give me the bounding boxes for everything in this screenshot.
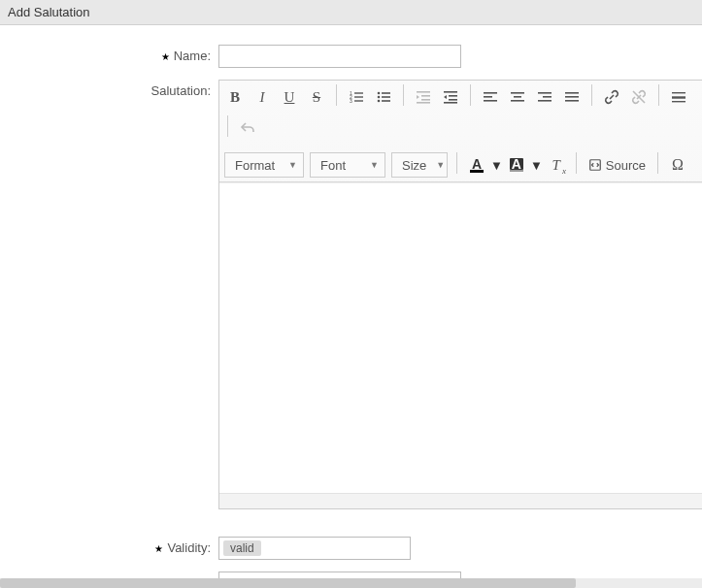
omega-icon: Ω [672,156,684,174]
chevron-down-icon: ▼ [530,158,543,173]
italic-icon: I [260,89,265,106]
svg-rect-37 [672,101,685,102]
align-right-icon [537,89,552,105]
strike-icon: S [313,89,320,106]
editor-status-bar [219,493,702,508]
svg-rect-7 [382,92,390,94]
salutation-label: Salutation: [0,80,218,98]
format-dropdown-label: Format [235,158,275,173]
ordered-list-icon: 1 2 3 [349,89,364,105]
svg-rect-20 [444,102,457,104]
svg-rect-32 [565,96,579,98]
italic-button[interactable]: I [249,84,276,110]
horizontal-scrollbar[interactable] [0,578,702,588]
chevron-down-icon: ▼ [370,160,379,170]
page-title-text: Add Salutation [8,5,90,19]
font-dropdown[interactable]: Font ▼ [310,152,385,178]
remove-format-button[interactable]: Tx [543,152,570,178]
svg-rect-22 [484,92,497,94]
bg-color-icon: A [510,158,523,170]
special-char-button[interactable]: Ω [664,152,691,178]
undo-button[interactable] [234,115,261,141]
align-center-icon [510,89,525,105]
text-color-button[interactable]: A ▼ [463,152,503,178]
svg-text:3: 3 [350,98,352,104]
svg-rect-14 [421,99,430,101]
align-left-icon [483,89,498,105]
indent-button[interactable] [437,84,464,110]
source-icon [588,158,602,172]
source-button[interactable]: Source [583,152,652,178]
unordered-list-icon [376,89,391,105]
bg-color-button[interactable]: A ▼ [503,152,543,178]
text-color-icon: A [472,158,482,170]
outdent-button[interactable] [410,84,437,110]
strike-button[interactable]: S [303,84,330,110]
toolbar-separator [403,84,404,106]
svg-rect-18 [449,95,457,97]
align-center-button[interactable] [504,84,531,110]
svg-rect-27 [511,100,524,102]
required-star-icon: ★ [154,543,163,554]
editor-toolbar: B I U S 1 2 3 [219,81,702,182]
validity-chip[interactable]: valid [223,540,261,556]
size-dropdown[interactable]: Size ▼ [391,152,448,178]
name-label-text: Name: [174,49,211,63]
link-icon [604,89,619,105]
editor-content-area[interactable] [219,182,702,493]
svg-rect-35 [672,92,685,93]
underline-button[interactable]: U [276,84,303,110]
svg-rect-26 [514,96,521,98]
svg-rect-9 [382,96,390,98]
salutation-label-text: Salutation: [151,83,211,98]
svg-rect-11 [382,100,390,102]
scrollbar-thumb[interactable] [0,578,576,588]
chevron-down-icon: ▼ [436,160,445,170]
insert-hr-button[interactable] [665,84,692,110]
svg-rect-12 [417,91,430,93]
svg-rect-29 [543,96,552,98]
bold-button[interactable]: B [221,84,249,110]
svg-rect-15 [417,102,430,104]
toolbar-separator [591,84,592,106]
unordered-list-button[interactable] [370,84,397,110]
rich-text-editor: B I U S 1 2 3 [218,80,702,509]
underline-icon: U [284,89,295,106]
unlink-icon [631,89,647,105]
validity-label: ★Validity: [0,537,218,555]
svg-rect-36 [672,96,685,98]
format-dropdown[interactable]: Format ▼ [224,152,304,178]
indent-icon [443,89,458,105]
svg-rect-33 [565,100,579,102]
size-dropdown-label: Size [402,158,426,173]
required-star-icon: ★ [161,51,170,62]
outdent-icon [416,89,431,105]
page-title: Add Salutation [0,0,702,25]
svg-marker-21 [444,95,447,99]
svg-rect-19 [449,99,457,101]
toolbar-separator [658,84,659,106]
name-input[interactable] [218,45,461,68]
svg-point-10 [378,100,381,103]
validity-input[interactable]: valid [218,537,411,560]
svg-rect-30 [538,100,552,102]
bg-color-swatch [510,170,523,172]
undo-icon [240,120,255,136]
ordered-list-button[interactable]: 1 2 3 [343,84,370,110]
svg-rect-17 [444,91,457,93]
insert-hr-icon [671,89,686,105]
align-left-button[interactable] [477,84,504,110]
toolbar-separator [336,84,337,106]
svg-marker-16 [417,95,419,99]
text-color-swatch [470,170,484,173]
unlink-button[interactable] [625,84,652,110]
chevron-down-icon: ▼ [288,160,297,170]
align-right-button[interactable] [531,84,558,110]
align-justify-button[interactable] [558,84,585,110]
link-button[interactable] [598,84,625,110]
toolbar-separator [227,115,228,137]
toolbar-separator [470,84,471,106]
source-button-label: Source [606,158,646,173]
chevron-down-icon: ▼ [490,158,503,173]
toolbar-separator [576,152,577,174]
